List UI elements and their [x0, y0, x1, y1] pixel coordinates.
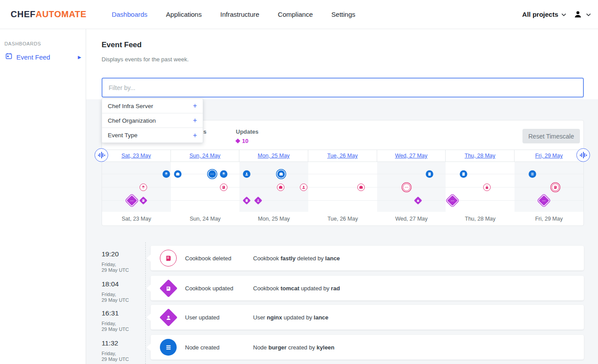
feed-time: 11:32 [102, 339, 118, 347]
briefcase-event-icon[interactable] [174, 170, 182, 178]
timescale-slider-left-button[interactable] [95, 148, 108, 162]
list-icon [160, 339, 177, 356]
feed-event-description: Cookbook tomcat updated by rad [253, 285, 340, 292]
feed-event-description: User nginx updated by lance [253, 314, 329, 321]
event-feed-list: 19:20Friday,29 May UTCCookbook deletedCo… [102, 240, 584, 364]
top-nav: CHEFAUTOMATE DashboardsApplicationsInfra… [0, 0, 598, 29]
feed-event-type: Node created [185, 344, 220, 351]
feed-day: Friday, [102, 262, 116, 267]
feed-event-type: Cookbook deleted [185, 255, 231, 262]
feed-event-description: Cookbook fastly deleted by lance [253, 255, 340, 262]
filter-category-label: Chef Organization [108, 117, 156, 124]
plus-icon[interactable]: + [193, 132, 197, 139]
nav-item-settings[interactable]: Settings [322, 11, 364, 18]
briefcase-event-icon[interactable] [357, 184, 365, 191]
card-tail [147, 344, 151, 351]
card-tail [147, 314, 151, 321]
feed-date: 29 May UTC [102, 326, 129, 332]
ellipsis-event-icon[interactable] [403, 184, 410, 191]
sidebar-item-label: Event Feed [16, 53, 50, 61]
filter-category-chef-infra-server[interactable]: Chef Infra Server+ [102, 99, 203, 113]
nav-links: DashboardsApplicationsInfrastructureComp… [102, 11, 365, 18]
node-event-icon[interactable] [460, 170, 467, 178]
nav-right: All projects [522, 9, 598, 19]
briefcase-event-icon[interactable] [277, 170, 285, 178]
day-label: Sun, 24 May [171, 216, 240, 222]
book-icon [160, 250, 177, 266]
nav-item-dashboards[interactable]: Dashboards [102, 11, 157, 18]
day-header-row: Sat, 23 MaySun, 24 MayMon, 25 MayTue, 26… [102, 150, 583, 162]
person-event-icon[interactable] [300, 184, 307, 191]
day-link[interactable]: Sat, 23 May [121, 153, 151, 159]
timescale-slider-right-button[interactable] [576, 148, 590, 162]
lock-event-icon[interactable] [483, 184, 491, 191]
feed-time: 16:31 [102, 309, 119, 317]
feed-card: User updatedUser nginx updated by lance [151, 305, 584, 330]
chevron-down-icon[interactable] [561, 13, 566, 16]
nav-item-compliance[interactable]: Compliance [269, 11, 322, 18]
app-window: CHEFAUTOMATE DashboardsApplicationsInfra… [0, 0, 598, 364]
plus-icon[interactable]: + [193, 117, 197, 124]
person-event-icon[interactable] [243, 170, 250, 178]
list-event-icon[interactable] [529, 170, 536, 178]
feed-day: Friday, [102, 351, 116, 356]
nav-item-applications[interactable]: Applications [157, 11, 211, 18]
book-event-icon[interactable] [552, 184, 559, 191]
feed-day: Friday, [102, 321, 116, 326]
user-avatar-icon[interactable] [573, 9, 583, 19]
day-link[interactable]: Mon, 25 May [258, 153, 290, 159]
reset-timescale-button[interactable]: Reset Timescale [522, 129, 580, 143]
expand-arrow-icon[interactable]: ▶ [78, 55, 81, 60]
legend-updates: Updates10 [236, 128, 258, 144]
filter-category-label: Chef Infra Server [108, 103, 153, 109]
day-header-cell: Mon, 25 May [239, 150, 308, 161]
node-event-icon[interactable] [426, 170, 433, 178]
filter-input[interactable] [102, 78, 584, 98]
plus-icon[interactable]: + [193, 102, 197, 109]
legend-count: 10 [236, 138, 258, 144]
day-label: Fri, 29 May [515, 216, 583, 222]
person-icon [160, 309, 177, 326]
event-grid [102, 162, 583, 212]
legend-label: Updates [236, 128, 258, 135]
stack-event-icon[interactable] [220, 170, 227, 178]
book-icon [160, 280, 177, 296]
day-link[interactable]: Thu, 28 May [465, 153, 495, 159]
feed-event-type: User updated [185, 314, 220, 321]
projects-filter-label[interactable]: All projects [522, 11, 558, 18]
day-link[interactable]: Wed, 27 May [395, 153, 427, 159]
day-header-cell: Tue, 26 May [308, 150, 377, 161]
filter-category-event-type[interactable]: Event Type+ [102, 128, 203, 143]
filter-category-label: Event Type [108, 132, 137, 139]
card-tail [147, 255, 151, 262]
filter-category-chef-organization[interactable]: Chef Organization+ [102, 113, 203, 128]
filter-dropdown: Chef Infra Server+Chef Organization+Even… [102, 98, 203, 143]
grid-row-line [102, 187, 583, 188]
page-subtitle: Displays events for the past week. [102, 56, 189, 63]
legend-count-value: 10 [242, 138, 248, 144]
day-label: Mon, 25 May [239, 216, 308, 222]
ellipsis-event-icon[interactable] [208, 170, 216, 178]
feed-day: Friday, [102, 292, 116, 297]
chef-automate-logo[interactable]: CHEFAUTOMATE [11, 9, 87, 19]
nav-item-infrastructure[interactable]: Infrastructure [211, 11, 269, 18]
day-label: Thu, 28 May [446, 216, 515, 222]
feed-date: 29 May UTC [102, 356, 129, 362]
sidebar-section-label: DASHBOARDS [4, 41, 86, 46]
timeline-dashed-line [145, 242, 146, 364]
day-link[interactable]: Fri, 29 May [535, 153, 563, 159]
book-event-icon[interactable] [220, 184, 227, 191]
page-title: Event Feed [102, 41, 142, 49]
stack-event-icon[interactable] [140, 184, 147, 191]
day-header-cell: Fri, 29 May [515, 150, 583, 161]
feed-card: Node createdNode burger created by kylee… [151, 335, 584, 360]
sidebar: DASHBOARDS Event Feed ▶ [0, 29, 86, 364]
sidebar-item-event-feed[interactable]: Event Feed ▶ [5, 53, 81, 61]
day-link[interactable]: Tue, 26 May [327, 153, 358, 159]
chevron-down-icon[interactable] [586, 13, 591, 16]
briefcase-event-icon[interactable] [277, 184, 284, 191]
day-link[interactable]: Sun, 24 May [189, 153, 220, 159]
diamond-marker-icon [235, 139, 240, 143]
day-label-row: Sat, 23 MaySun, 24 MayMon, 25 MayTue, 26… [102, 212, 583, 226]
stack-event-icon[interactable] [163, 170, 170, 178]
